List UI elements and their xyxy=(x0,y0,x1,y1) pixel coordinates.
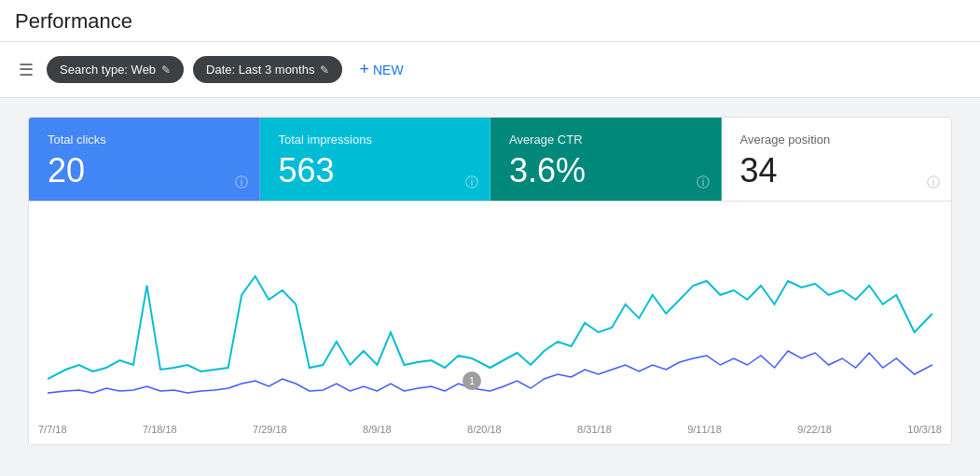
average-ctr-help[interactable]: ⓘ xyxy=(697,175,710,191)
metric-average-position[interactable]: Average position 34 ⓘ xyxy=(722,118,952,201)
x-label-0: 7/7/18 xyxy=(38,424,67,435)
total-impressions-value: 563 xyxy=(279,154,472,188)
x-label-8: 10/3/18 xyxy=(907,424,942,435)
metric-average-ctr[interactable]: Average CTR 3.6% ⓘ xyxy=(490,118,722,201)
performance-chart xyxy=(48,220,932,407)
total-clicks-label: Total clicks xyxy=(48,133,241,147)
metric-total-impressions[interactable]: Total impressions 563 ⓘ xyxy=(260,118,491,201)
average-ctr-value: 3.6% xyxy=(509,154,702,188)
search-type-button[interactable]: Search type: Web ✎ xyxy=(47,56,184,83)
filter-icon: ☰ xyxy=(19,61,34,79)
date-button[interactable]: Date: Last 3 months ✎ xyxy=(193,56,342,83)
main-content: Total clicks 20 ⓘ Total impressions 563 … xyxy=(0,98,980,464)
date-edit-icon: ✎ xyxy=(320,63,329,77)
metric-total-clicks[interactable]: Total clicks 20 ⓘ xyxy=(29,118,260,201)
toolbar: ☰ Search type: Web ✎ Date: Last 3 months… xyxy=(0,42,980,98)
total-clicks-value: 20 xyxy=(48,154,241,188)
average-position-value: 34 xyxy=(740,154,933,188)
x-label-7: 9/22/18 xyxy=(797,424,832,435)
total-clicks-help[interactable]: ⓘ xyxy=(235,175,248,191)
new-button[interactable]: + NEW xyxy=(352,53,410,86)
x-label-4: 8/20/18 xyxy=(467,424,502,435)
x-label-3: 8/9/18 xyxy=(363,424,392,435)
date-label: Date: Last 3 months xyxy=(206,63,314,77)
search-type-label: Search type: Web xyxy=(60,63,156,77)
average-ctr-label: Average CTR xyxy=(509,133,702,147)
page-header: Performance xyxy=(0,0,980,42)
marker-circle: 1 xyxy=(462,371,481,390)
average-position-help[interactable]: ⓘ xyxy=(927,175,940,191)
x-label-5: 8/31/18 xyxy=(577,424,612,435)
average-position-label: Average position xyxy=(740,133,933,147)
search-type-edit-icon: ✎ xyxy=(161,63,171,77)
total-impressions-label: Total impressions xyxy=(279,133,472,147)
x-axis: 7/7/18 7/18/18 7/29/18 8/9/18 8/20/18 8/… xyxy=(29,420,951,444)
new-label: NEW xyxy=(373,63,404,77)
filter-icon-button[interactable]: ☰ xyxy=(15,56,37,84)
page-title: Performance xyxy=(15,9,965,34)
total-impressions-help[interactable]: ⓘ xyxy=(465,175,478,191)
x-label-2: 7/29/18 xyxy=(253,424,287,435)
chart-marker: 1 xyxy=(462,371,481,390)
x-label-6: 9/11/18 xyxy=(687,424,722,435)
chart-area: 1 xyxy=(29,202,951,420)
x-label-1: 7/18/18 xyxy=(143,424,177,435)
plus-icon: + xyxy=(359,60,369,79)
metrics-container: Total clicks 20 ⓘ Total impressions 563 … xyxy=(28,117,952,445)
metrics-row: Total clicks 20 ⓘ Total impressions 563 … xyxy=(29,118,951,202)
